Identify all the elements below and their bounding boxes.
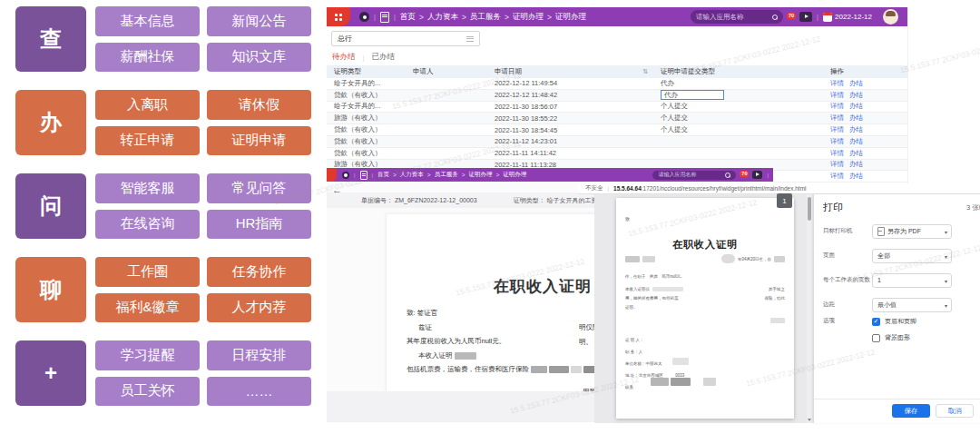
launcher-tile[interactable]: 知识文库 [207, 43, 311, 73]
avatar[interactable] [883, 9, 898, 25]
calendar-icon[interactable] [823, 13, 832, 22]
table-row[interactable]: 给子女开具的...2022-11-30 18:56:07个人提交详情办结 [327, 102, 907, 113]
row-action-detail[interactable]: 详情 [830, 125, 844, 133]
breadcrumb-item[interactable]: 人力资本 [427, 12, 458, 23]
table-row[interactable]: 贷款（有收入）2022-11-12 14:23:01详情办结 [327, 136, 907, 148]
row-action-complete[interactable]: 办结 [849, 113, 863, 122]
launcher-tile[interactable]: 员工关怀 [95, 377, 200, 407]
row-action-detail[interactable]: 详情 [830, 113, 844, 122]
video-icon[interactable] [752, 171, 762, 179]
launcher-tile[interactable]: 日程安排 [207, 340, 311, 370]
launcher-tile[interactable]: 请休假 [207, 90, 311, 120]
launcher-tile[interactable]: 在线咨询 [95, 210, 200, 240]
launcher-tile[interactable]: 人才内荐 [207, 293, 311, 323]
print-field-label: 页面 [823, 252, 872, 260]
print-field-select[interactable]: 另存为 PDF▾ [872, 224, 952, 239]
breadcrumb-item[interactable]: 员工服务 [470, 12, 501, 23]
search-icon[interactable] [772, 15, 778, 20]
column-header: 证明类型 [327, 67, 406, 76]
row-action-detail[interactable]: 详情 [830, 160, 844, 168]
launcher-group-key[interactable]: 问 [15, 173, 86, 239]
org-select[interactable]: 总行 [331, 31, 480, 46]
document-icon[interactable] [360, 171, 368, 180]
video-icon[interactable] [799, 12, 812, 22]
breadcrumb-item[interactable]: 人力资本 [400, 171, 424, 179]
breadcrumb-item[interactable]: 证明办理 [555, 12, 586, 23]
launcher-tile[interactable]: 基本信息 [95, 6, 200, 36]
row-action-complete[interactable]: 办结 [849, 91, 863, 99]
breadcrumb-item[interactable]: 证明办理 [503, 171, 526, 179]
scrollbar-thumb[interactable] [808, 197, 811, 221]
launcher-tile[interactable]: 常见问答 [207, 173, 311, 203]
table-row[interactable]: 贷款（有收入）2022-11-30 18:54:45个人提交详情办结 [327, 124, 907, 136]
row-action-complete[interactable]: 办结 [849, 149, 863, 157]
row-action-complete[interactable]: 办结 [849, 137, 863, 145]
breadcrumb-item[interactable]: 首页 [377, 171, 389, 179]
home-icon[interactable] [359, 12, 369, 22]
launcher-tile[interactable]: 学习提醒 [95, 340, 200, 370]
cell-actions: 详情办结 [823, 79, 907, 88]
row-action-complete[interactable]: 办结 [849, 102, 863, 110]
breadcrumb-item[interactable]: 员工服务 [435, 171, 458, 179]
table-row[interactable]: 旅游（有收入）2022-11-30 18:55:22个人提交详情办结 [327, 113, 907, 124]
row-action-detail[interactable]: 详情 [830, 172, 844, 180]
page-number-badge: 1 [777, 193, 792, 208]
app-logo-icon[interactable] [327, 7, 350, 26]
launcher-tile[interactable]: 工作圈 [95, 257, 200, 287]
launcher-tile[interactable]: 任务协作 [207, 257, 311, 287]
row-action-detail[interactable]: 详情 [830, 91, 844, 99]
row-action-complete[interactable]: 办结 [849, 79, 863, 87]
row-action-detail[interactable]: 详情 [830, 79, 844, 87]
row-action-detail[interactable]: 详情 [830, 102, 844, 110]
sort-icon[interactable]: ⇅ [642, 68, 648, 75]
home-icon[interactable] [342, 172, 349, 179]
launcher-tile[interactable]: …… [207, 377, 311, 407]
app-logo-icon[interactable] [327, 168, 337, 182]
launcher-tile[interactable]: 转正申请 [95, 126, 200, 156]
launcher-tile[interactable]: 智能客服 [95, 173, 200, 203]
redaction-block [671, 378, 691, 386]
launcher-tile[interactable]: 新闻公告 [207, 6, 311, 36]
launcher-group-key[interactable]: 查 [15, 6, 86, 72]
search-icon[interactable] [725, 173, 730, 178]
breadcrumb-item[interactable]: 首页 [400, 12, 416, 23]
tab-done[interactable]: 已办结 [372, 52, 396, 63]
print-field-select[interactable]: 全部▾ [872, 249, 952, 263]
app-search-input[interactable]: 请输入应用名称 [652, 171, 736, 180]
certificate-line: 致: 签证官 [407, 306, 607, 321]
preview-salutation: 致 [625, 216, 630, 222]
scrollbar-down-arrow[interactable] [808, 419, 811, 421]
row-action-detail[interactable]: 详情 [830, 137, 844, 145]
tab-pending[interactable]: 待办结 [332, 52, 356, 63]
launcher-tile[interactable]: HR指南 [207, 210, 311, 240]
submit-type-value: 个人提交 [661, 125, 688, 133]
cell-actions: 详情办结 [823, 172, 907, 181]
header-divider: | [817, 13, 818, 21]
table-row[interactable]: 贷款（有收入）2022-11-11 14:11:42详情办结 [327, 148, 907, 160]
launcher-tile[interactable]: 入离职 [95, 90, 200, 120]
save-button[interactable]: 保存 [892, 404, 930, 418]
launcher-tile[interactable]: 福利&徽章 [95, 293, 200, 323]
row-action-detail[interactable]: 详情 [830, 149, 844, 157]
launcher-group-key[interactable]: 聊 [15, 257, 86, 322]
breadcrumb-item[interactable]: 证明办理 [468, 171, 492, 179]
row-action-complete[interactable]: 办结 [849, 160, 863, 168]
print-field-select[interactable]: 最小值▾ [872, 298, 952, 312]
print-field-select[interactable]: 1▾ [872, 273, 952, 288]
document-icon[interactable] [380, 12, 389, 23]
row-action-complete[interactable]: 办结 [849, 125, 863, 133]
breadcrumb-item[interactable]: 证明办理 [513, 12, 544, 23]
app-search-input[interactable]: 请输入应用名称 [691, 10, 783, 24]
launcher-group-key[interactable]: + [15, 340, 86, 406]
table-row[interactable]: 给子女开具的...2022-12-12 11:49:54代办详情办结 [327, 78, 907, 90]
preview-scrollbar[interactable] [807, 194, 812, 423]
checkbox-checked[interactable]: ✓ [872, 318, 880, 326]
table-row[interactable]: 贷款（有收入）2022-12-12 11:48:42代办详情办结 [327, 90, 907, 102]
launcher-tile[interactable]: 证明申请 [207, 126, 311, 156]
launcher-group-key[interactable]: 办 [15, 90, 86, 155]
row-action-complete[interactable]: 办结 [849, 172, 863, 180]
checkbox-unchecked[interactable] [872, 334, 880, 342]
launcher-tile[interactable]: 薪酬社保 [95, 43, 200, 73]
cancel-button[interactable]: 取消 [936, 404, 974, 418]
launcher-group: 问智能客服常见问答在线咨询HR指南 [15, 173, 311, 239]
